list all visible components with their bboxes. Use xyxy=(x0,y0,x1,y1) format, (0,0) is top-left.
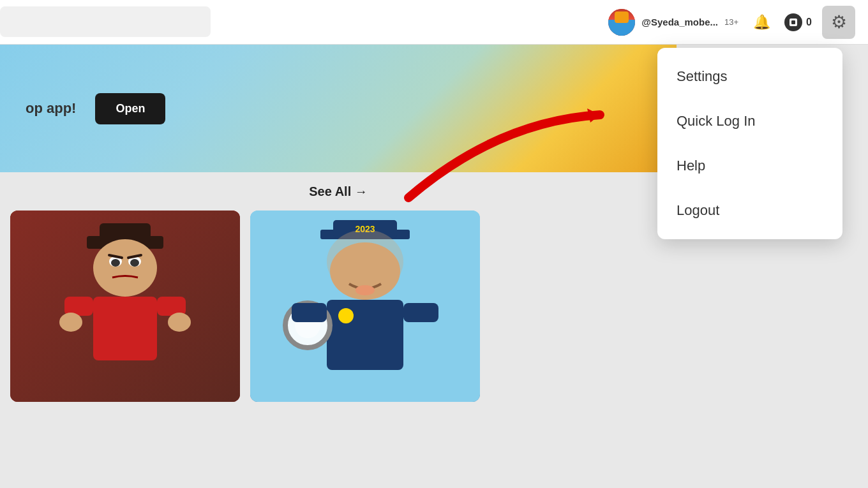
svg-point-17 xyxy=(59,313,82,332)
open-button[interactable]: Open xyxy=(95,93,165,124)
avatar-head xyxy=(615,11,629,23)
topbar: @Syeda_mobe... 13+ 🔔 0 ⚙ xyxy=(0,0,868,45)
dropdown-item-quick-log-in[interactable]: Quick Log In xyxy=(657,99,842,144)
username-label: @Syeda_mobe... xyxy=(641,17,718,27)
notification-bell-button[interactable]: 🔔 xyxy=(749,10,774,35)
svg-point-30 xyxy=(338,308,354,323)
svg-rect-35 xyxy=(403,303,438,322)
banner: op app! Open xyxy=(0,45,677,172)
game-thumbnail-1[interactable] xyxy=(10,211,240,402)
svg-point-28 xyxy=(355,285,375,295)
dropdown-menu: Settings Quick Log In Help Logout xyxy=(657,48,842,239)
settings-gear-button[interactable]: ⚙ xyxy=(822,6,855,39)
see-all-row: See All → xyxy=(0,172,677,211)
robux-count: 0 xyxy=(806,17,812,28)
robux-icon xyxy=(784,13,802,31)
svg-rect-14 xyxy=(93,297,157,360)
robux-section[interactable]: 0 xyxy=(784,13,812,31)
banner-text: op app! xyxy=(26,100,76,117)
game-thumbnails: 2023 xyxy=(0,211,677,488)
search-bar[interactable] xyxy=(0,6,211,37)
gear-icon: ⚙ xyxy=(831,11,847,33)
svg-rect-34 xyxy=(292,303,327,322)
svg-point-7 xyxy=(93,239,157,297)
bell-icon: 🔔 xyxy=(753,14,770,31)
svg-rect-29 xyxy=(327,300,403,370)
user-section: @Syeda_mobe... 13+ xyxy=(608,9,738,36)
svg-rect-1 xyxy=(791,20,795,24)
dropdown-item-logout[interactable]: Logout xyxy=(657,188,842,233)
avatar-image xyxy=(608,9,635,36)
svg-point-18 xyxy=(168,313,191,332)
game-thumbnail-2[interactable]: 2023 xyxy=(250,211,480,402)
dropdown-item-settings[interactable]: Settings xyxy=(657,54,842,99)
svg-point-10 xyxy=(111,259,120,267)
age-badge: 13+ xyxy=(724,17,738,27)
avatar xyxy=(608,9,635,36)
svg-point-11 xyxy=(130,259,139,267)
dropdown-item-help[interactable]: Help xyxy=(657,144,842,188)
see-all-link[interactable]: See All → xyxy=(309,184,368,199)
